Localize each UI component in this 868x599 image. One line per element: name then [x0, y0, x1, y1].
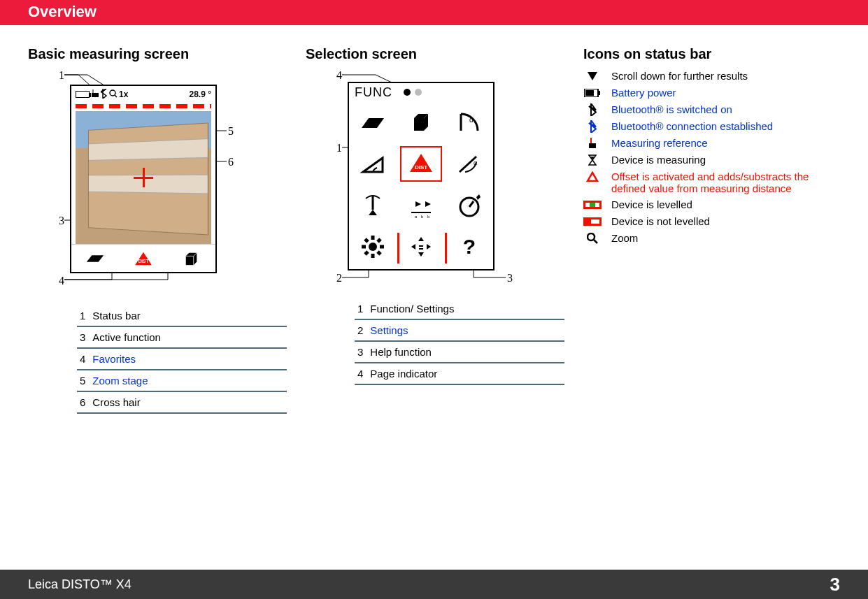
- svg-text:b: b: [421, 215, 424, 219]
- fn-adjust-icon: [397, 226, 446, 268]
- col-selection: Selection screen 4 1 2 3 FUNC: [306, 46, 562, 414]
- icons-heading: Icons on status bar: [583, 46, 840, 62]
- icon-row-ref: Measuring reference: [583, 135, 840, 152]
- svg-marker-43: [418, 237, 424, 241]
- basic-heading: Basic measuring screen: [28, 46, 285, 62]
- bluetooth-on-icon: [583, 103, 602, 116]
- measuring-ref-link[interactable]: Measuring reference: [611, 137, 708, 149]
- red-separator-icon: [397, 233, 399, 264]
- page-indicator: [404, 89, 422, 96]
- svg-line-41: [365, 252, 368, 254]
- hourglass-icon: [583, 154, 602, 166]
- svg-rect-54: [589, 143, 596, 148]
- content-area: Basic measuring screen 1 5 6 3 4: [0, 25, 868, 414]
- svg-point-2: [110, 90, 115, 96]
- svg-rect-47: [419, 245, 423, 247]
- area-icon: [85, 251, 105, 266]
- basic-diagram: 1 5 6 3 4: [28, 68, 280, 291]
- page-footer: Leica DISTO™ X4 3: [0, 570, 868, 599]
- icon-row-battery: Battery power: [583, 85, 840, 101]
- selection-diagram: 4 1 2 3 FUNC: [306, 68, 557, 284]
- selection-legend: 1Function/ Settings 2Settings 3Help func…: [355, 298, 564, 385]
- angle-reading: 28.9 °: [190, 89, 212, 99]
- svg-marker-14: [414, 118, 424, 131]
- bluetooth-connected-icon: [583, 120, 602, 133]
- fn-volume-icon: [397, 101, 446, 143]
- icon-row-zoom: Zoom: [583, 230, 840, 247]
- ref-icon: [91, 89, 99, 100]
- legend-row: 1Function/ Settings: [355, 298, 564, 319]
- func-header: FUNC: [349, 83, 493, 101]
- svg-line-42: [378, 239, 380, 242]
- status-legend: Scroll down for further results Battery …: [583, 68, 840, 247]
- fn-area-icon: [349, 101, 397, 143]
- scroll-down-icon: [583, 70, 602, 82]
- svg-rect-48: [419, 248, 423, 250]
- page-title: Overview: [28, 3, 97, 20]
- svg-marker-13: [362, 118, 384, 128]
- fn-slope-icon: [349, 143, 397, 185]
- legend-row: 3Active function: [77, 326, 287, 348]
- page-number: 3: [830, 574, 840, 596]
- svg-marker-7: [185, 256, 193, 265]
- svg-point-63: [588, 233, 595, 240]
- icon-row-bt-on: Bluetooth® is switched on: [583, 101, 840, 118]
- svg-rect-0: [92, 93, 99, 97]
- legend-row: 2Settings: [355, 319, 564, 341]
- svg-marker-19: [410, 154, 432, 172]
- svg-text:α: α: [469, 116, 474, 124]
- svg-rect-53: [585, 90, 594, 96]
- svg-rect-62: [585, 219, 591, 224]
- legend-row: 5Zoom stage: [77, 370, 287, 391]
- svg-text:DIST: DIST: [415, 164, 427, 171]
- bluetooth-icon: [101, 89, 108, 101]
- fn-angle-icon: α: [445, 101, 493, 143]
- building-graphic: [88, 122, 208, 235]
- page-dot-active: [404, 89, 411, 96]
- fn-indirect-icon: α: [445, 143, 493, 185]
- selection-heading: Selection screen: [306, 46, 562, 62]
- dist-icon: DIST: [134, 251, 153, 266]
- icon-row-measuring: Device is measuring: [583, 152, 840, 168]
- zoom-icon: [583, 232, 602, 245]
- device-screen-basic: 1x 28.9 ° DIST: [70, 85, 217, 273]
- basic-legend: 1Status bar 3Active function 4Favorites …: [77, 305, 287, 414]
- svg-line-32: [469, 201, 474, 207]
- favorites-link[interactable]: Favorites: [90, 348, 287, 370]
- svg-rect-52: [598, 91, 600, 95]
- svg-marker-33: [476, 194, 481, 200]
- fn-plumb-icon: [349, 185, 397, 226]
- func-label: FUNC: [355, 85, 392, 100]
- icon-row-scroll: Scroll down for further results: [583, 68, 840, 85]
- col-basic: Basic measuring screen 1 5 6 3 4: [28, 46, 285, 414]
- icon-row-levelled: Device is levelled: [583, 196, 840, 213]
- legend-row: 4Page indicator: [355, 363, 564, 384]
- battery-power-link[interactable]: Battery power: [611, 87, 676, 99]
- svg-marker-50: [588, 72, 597, 80]
- fn-timer-icon: [445, 185, 493, 226]
- bluetooth-conn-link[interactable]: Bluetooth® connection established: [611, 120, 773, 132]
- zoom-stage-link[interactable]: Zoom stage: [90, 370, 287, 391]
- svg-marker-45: [411, 244, 415, 250]
- svg-marker-56: [588, 173, 597, 181]
- icon-row-offset: Offset is activated and adds/substracts …: [583, 168, 840, 196]
- offset-delta-icon: [583, 171, 602, 183]
- svg-marker-18: [363, 158, 383, 172]
- fn-dist-icon: DIST: [397, 143, 446, 185]
- levelled-icon: [583, 199, 602, 211]
- svg-text:α: α: [474, 159, 477, 166]
- settings-link[interactable]: Settings: [367, 319, 564, 341]
- bluetooth-on-link[interactable]: Bluetooth® is switched on: [611, 103, 732, 115]
- svg-text:b: b: [427, 215, 430, 219]
- not-levelled-icon: [583, 215, 602, 228]
- fn-settings-icon: [349, 226, 397, 268]
- icon-row-bt-conn: Bluetooth® connection established: [583, 118, 840, 135]
- svg-line-40: [378, 252, 380, 254]
- volume-icon: [182, 251, 201, 266]
- fn-stakeout-icon: abb: [397, 185, 446, 226]
- svg-marker-46: [427, 244, 431, 250]
- legend-row: 6Cross hair: [77, 391, 287, 413]
- function-grid: α DIST α abb ?: [349, 101, 493, 268]
- zoom-magnifier-icon: [109, 89, 118, 100]
- svg-point-34: [369, 243, 377, 251]
